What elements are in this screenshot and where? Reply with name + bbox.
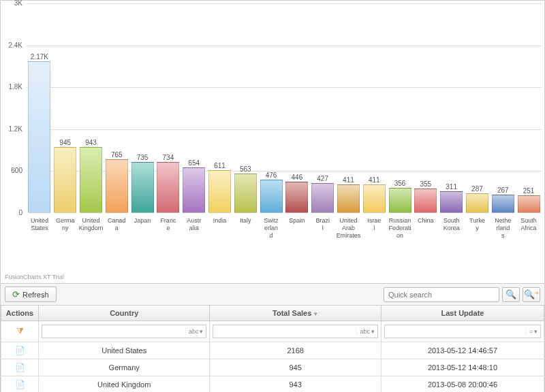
bar-value-label: 943 xyxy=(85,139,97,146)
bar[interactable] xyxy=(440,191,463,213)
y-tick: 1.2K xyxy=(2,125,22,133)
bar[interactable] xyxy=(80,147,102,213)
bar[interactable] xyxy=(106,159,128,213)
bar-slot: 427 xyxy=(311,3,335,213)
filter-sales-cell: abc ▾ xyxy=(210,321,381,342)
bar-value-label: 446 xyxy=(292,174,303,181)
bar[interactable] xyxy=(492,195,514,213)
bar[interactable] xyxy=(363,184,386,213)
header-actions[interactable]: Actions xyxy=(1,306,39,321)
bar-value-label: 267 xyxy=(497,186,509,194)
bar-value-label: 311 xyxy=(446,183,457,191)
bar-slot: 476 xyxy=(259,3,283,213)
bar[interactable] xyxy=(518,195,540,213)
x-category-label: Turkey xyxy=(465,216,490,269)
cell-updated: 2013-05-12 14:46:57 xyxy=(381,342,544,359)
x-category-label: India xyxy=(207,216,233,269)
row-details-icon: 📄 xyxy=(15,363,25,372)
chart-watermark: FusionCharts XT Trial xyxy=(5,274,64,280)
cell-sales: 943 xyxy=(210,376,381,393)
x-category-label: SouthKorea xyxy=(439,216,465,269)
x-category-label: UnitedStates xyxy=(27,216,52,269)
quick-search-input[interactable] xyxy=(384,287,499,302)
bar[interactable] xyxy=(311,183,334,213)
refresh-button[interactable]: ⟳ Refresh xyxy=(5,287,57,302)
refresh-button-label: Refresh xyxy=(22,291,49,299)
table-row[interactable]: 📄United States21682013-05-12 14:46:57 xyxy=(1,342,544,359)
filter-country-input[interactable] xyxy=(42,325,185,338)
filter-type-op[interactable]: = ▾ xyxy=(526,328,540,335)
bar-slot: 411 xyxy=(337,3,361,213)
bar[interactable] xyxy=(208,170,231,213)
bar-slot: 563 xyxy=(233,3,258,213)
y-tick: 3K xyxy=(2,0,22,7)
y-tick: 2.4K xyxy=(2,42,22,49)
bar-value-label: 411 xyxy=(343,176,354,184)
cell-updated: 2013-05-12 14:48:10 xyxy=(381,359,544,376)
funnel-icon[interactable]: ⧩ xyxy=(16,326,24,336)
bar-slot: 611 xyxy=(208,3,232,213)
bar-slot: 654 xyxy=(182,3,206,213)
cell-sales: 945 xyxy=(210,359,381,376)
y-tick: 0 xyxy=(2,209,22,216)
bar-value-label: 765 xyxy=(111,151,123,159)
y-tick: 600 xyxy=(2,167,22,174)
x-category-label: Spain xyxy=(284,216,310,269)
bar-slot: 765 xyxy=(104,3,129,213)
x-category-label: China xyxy=(413,216,439,269)
bar-slot: 355 xyxy=(414,3,438,213)
table-row[interactable]: 📄United Kingdom9432013-05-08 20:00:46 xyxy=(1,376,544,393)
filter-type-text[interactable]: abc ▾ xyxy=(356,328,377,335)
filter-updated-input[interactable] xyxy=(385,325,526,338)
x-axis-labels: UnitedStatesGermanyUnitedKingdomCanadaJa… xyxy=(27,216,542,269)
x-category-label: Israel xyxy=(361,216,387,269)
bar-value-label: 476 xyxy=(266,172,277,179)
bar-slot: 2.17K xyxy=(27,3,52,213)
x-category-label: Japan xyxy=(129,216,155,269)
bar-slot: 446 xyxy=(285,3,309,213)
bar[interactable] xyxy=(285,182,308,213)
filter-country-cell: abc ▾ xyxy=(39,321,210,342)
bar[interactable] xyxy=(389,188,411,213)
cell-country: Germany xyxy=(39,359,210,376)
header-total-sales[interactable]: Total Sales▼ xyxy=(210,306,381,321)
filter-sales-input[interactable] xyxy=(213,325,356,338)
app-frame: 06001.2K1.8K2.4K3K 2.17K9459437657357346… xyxy=(0,0,545,392)
x-category-label: Switzerland xyxy=(258,216,284,269)
advanced-search-button[interactable]: 🔍⁺ xyxy=(523,287,540,302)
bar[interactable] xyxy=(131,162,154,213)
bar[interactable] xyxy=(414,189,437,213)
row-actions[interactable]: 📄 xyxy=(1,359,39,376)
bar[interactable] xyxy=(337,184,360,213)
bar[interactable] xyxy=(28,61,50,213)
bar[interactable] xyxy=(183,167,205,213)
bar[interactable] xyxy=(260,180,283,213)
filter-type-text[interactable]: abc ▾ xyxy=(185,328,206,335)
bar[interactable] xyxy=(54,147,76,213)
bar-value-label: 356 xyxy=(394,180,406,187)
bar-value-label: 945 xyxy=(59,139,71,146)
bar[interactable] xyxy=(234,174,257,213)
bar-slot: 945 xyxy=(53,3,78,213)
cell-updated: 2013-05-08 20:00:46 xyxy=(381,376,544,393)
toolbar: ⟳ Refresh 🔍 🔍⁺ xyxy=(1,283,544,306)
header-last-update[interactable]: Last Update xyxy=(381,306,544,321)
cell-country: United States xyxy=(39,342,210,359)
chart-bars: 2.17K94594376573573465461156347644642741… xyxy=(27,3,542,213)
x-category-label: Netherlands xyxy=(490,216,516,269)
bar-slot: 734 xyxy=(156,3,181,213)
header-country[interactable]: Country xyxy=(39,306,210,321)
filter-row: ⧩ abc ▾ abc ▾ = ▾ xyxy=(1,321,544,342)
bar-slot: 411 xyxy=(362,3,386,213)
bar-slot: 735 xyxy=(130,3,155,213)
bar[interactable] xyxy=(157,162,179,213)
bar-value-label: 287 xyxy=(471,185,483,193)
bar[interactable] xyxy=(466,193,488,213)
search-button[interactable]: 🔍 xyxy=(502,287,520,302)
table-row[interactable]: 📄Germany9452013-05-12 14:48:10 xyxy=(1,359,544,376)
row-actions[interactable]: 📄 xyxy=(1,342,39,359)
row-actions[interactable]: 📄 xyxy=(1,376,39,393)
cell-country: United Kingdom xyxy=(39,376,210,393)
bar-value-label: 735 xyxy=(137,154,149,161)
bar-value-label: 411 xyxy=(369,176,380,184)
